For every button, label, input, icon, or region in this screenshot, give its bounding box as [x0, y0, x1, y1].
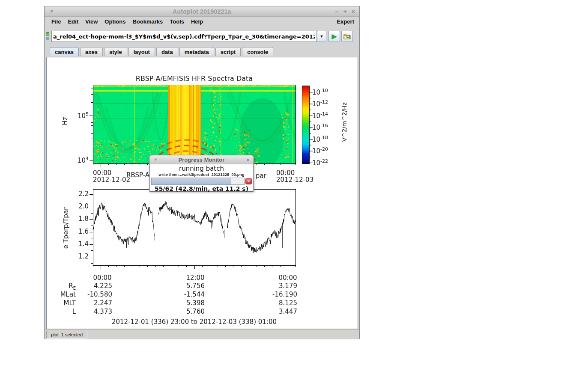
menu-view[interactable]: View [82, 18, 101, 25]
address-toolbar: ▼ ▶ [45, 26, 359, 47]
table-cell: 8.125 [250, 299, 297, 307]
timeseries-ytick: 2.0 [71, 202, 89, 210]
go-button[interactable]: ▶ [328, 31, 340, 42]
timeseries-ytick: 1.4 [71, 240, 89, 248]
plot2-title-fragment-left: RBSP-A [126, 171, 149, 179]
tab-layout[interactable]: layout [128, 47, 155, 56]
close-icon[interactable]: × [352, 9, 355, 15]
colorbar-tick-label: 10-18 [312, 135, 340, 143]
play-icon: ▶ [332, 33, 337, 40]
tab-script[interactable]: script [215, 47, 241, 56]
plot2-title-fragment-right: par [256, 172, 266, 180]
browse-button[interactable] [341, 31, 353, 42]
datasource-green-icon[interactable] [46, 32, 49, 36]
table-cell: -16.190 [250, 291, 297, 298]
minimize-icon[interactable]: – [335, 9, 339, 15]
timeseries-ytick: 1.6 [71, 228, 89, 235]
folder-search-icon [343, 33, 351, 40]
autoplot-window: ▼ Autoplot 20190221a – + × File Edit Vie… [44, 6, 360, 339]
table-cell: 3.179 [250, 282, 297, 290]
timerange-caption: 2012-12-01 (336) 23:00 to 2012-12-03 (33… [93, 318, 295, 326]
table-cell: 4.225 [65, 282, 112, 290]
tab-metadata[interactable]: metadata [179, 47, 214, 56]
menu-help[interactable]: Help [188, 18, 206, 25]
datasource-blue-icon[interactable] [46, 37, 49, 40]
menu-options[interactable]: Options [101, 18, 129, 25]
tab-axes[interactable]: axes [80, 47, 103, 56]
table-cell: -10.580 [65, 291, 112, 298]
colorbar-tick-label: 10-10 [312, 88, 340, 96]
colorbar-tick-label: 10-14 [312, 111, 340, 120]
table-cell: 3.447 [250, 308, 297, 315]
status-bar: plot_1 selected [45, 329, 359, 339]
uri-input[interactable] [51, 31, 317, 42]
timeseries-ytick: 1.2 [71, 252, 89, 260]
page-background: ▼ Autoplot 20190221a – + × File Edit Vie… [0, 0, 576, 392]
tab-bar: canvas axes style layout data metadata s… [45, 47, 359, 56]
progress-dialog-title: Progress Monitor [149, 157, 254, 163]
colorbar-tick-label: 10-22 [312, 158, 340, 167]
tab-console[interactable]: console [242, 47, 273, 56]
tab-data[interactable]: data [156, 47, 178, 56]
timeseries-xtick: 00:00 [87, 274, 117, 282]
timeseries-y-axis-label: e Tperp/Tpar [62, 194, 70, 262]
spectrogram-y-axis-label: Hz [61, 106, 69, 136]
table-cell: 2.247 [65, 299, 112, 307]
table-cell: -1.544 [158, 291, 205, 298]
status-message: plot_1 selected [46, 331, 87, 339]
table-cell: 5.760 [158, 308, 205, 315]
menu-edit[interactable]: Edit [64, 18, 82, 25]
uri-dropdown-button[interactable]: ▼ [317, 31, 326, 42]
timeseries-xtick: 00:00 [273, 274, 303, 282]
spectrogram-xtick-right: 00:00 2012-12-03 [276, 169, 313, 183]
window-titlebar[interactable]: ▼ Autoplot 20190221a – + × [45, 6, 359, 17]
progress-task-label: running batch [149, 165, 254, 172]
spectrogram-ytick-1e4: 104 [71, 156, 89, 164]
spectrogram-title: RBSP-A/EMFISIS HFR Spectra Data [93, 74, 295, 83]
datasource-type-icons [46, 32, 50, 42]
progress-bar [151, 178, 245, 185]
plot-canvas-panel[interactable]: RBSP-A/EMFISIS HFR Spectra Data Hz 105 1… [46, 57, 358, 329]
colorbar-axis-label: V^2/m^2/Hz [341, 94, 348, 150]
window-title: Autoplot 20190221a [45, 8, 359, 15]
expert-mode-label[interactable]: Expert [337, 18, 356, 25]
colorbar-tick-label: 10-20 [312, 146, 340, 155]
progress-counter-label: 55/62 (42.8/min, eta 11.2 s) [149, 185, 254, 192]
menu-bar: File Edit View Options Bookmarks Tools H… [45, 17, 359, 26]
dialog-close-icon[interactable]: × [246, 157, 250, 163]
spectrogram-xtick-left: 00:00 2012-12-02 [93, 169, 130, 183]
table-cell: 5.756 [158, 282, 205, 290]
progress-monitor-dialog[interactable]: ▼ Progress Monitor × running batch write… [149, 155, 254, 192]
tab-canvas[interactable]: canvas [50, 47, 79, 56]
colorbar-tick-label: 10-16 [312, 123, 340, 131]
progress-fill [152, 178, 231, 184]
menu-bookmarks[interactable]: Bookmarks [129, 18, 166, 25]
timeseries-ytick: 1.8 [71, 215, 89, 223]
spectrogram-ytick-1e5: 105 [71, 111, 89, 120]
tab-style[interactable]: style [104, 47, 127, 56]
timeseries-ytick: 2.2 [71, 190, 89, 198]
menu-tools[interactable]: Tools [166, 18, 188, 25]
table-cell: 5.398 [158, 299, 205, 307]
timeseries-xtick: 12:00 [180, 274, 210, 282]
maximize-icon[interactable]: + [343, 9, 347, 15]
menu-file[interactable]: File [48, 18, 64, 25]
progress-detail-label: write /hom...walk3/product_20121228_00.p… [149, 172, 254, 177]
table-cell: 4.373 [65, 308, 112, 315]
progress-dialog-titlebar[interactable]: ▼ Progress Monitor × [149, 155, 254, 164]
chevron-down-icon: ▼ [320, 34, 324, 39]
cancel-progress-button[interactable]: × [245, 178, 252, 184]
colorbar-tick-label: 10-12 [312, 99, 340, 108]
